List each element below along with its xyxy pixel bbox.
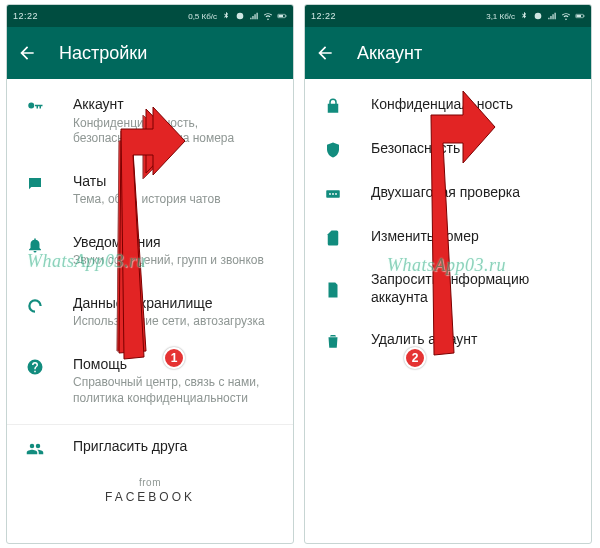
svg-point-7 <box>329 193 331 195</box>
account-item-delete[interactable]: Удалить аккаунт <box>305 318 591 362</box>
phone-screen-settings: 12:22 0,5 Кб/с Настройки Аккаунт Конфиде… <box>6 4 294 544</box>
status-time: 12:22 <box>13 11 38 21</box>
account-item-privacy[interactable]: Конфиденциальность <box>305 83 591 127</box>
bluetooth-icon <box>221 11 231 21</box>
svg-rect-4 <box>576 15 581 17</box>
key-icon <box>26 98 44 116</box>
people-icon <box>26 440 44 458</box>
settings-list: Аккаунт Конфиденциальность, безопасность… <box>7 79 293 543</box>
svg-point-8 <box>332 193 334 195</box>
data-usage-icon <box>26 297 44 315</box>
settings-item-title: Пригласить друга <box>73 438 277 456</box>
chat-icon <box>26 175 44 193</box>
help-icon <box>26 358 44 376</box>
battery-icon <box>575 11 585 21</box>
bluetooth-icon <box>519 11 529 21</box>
footer-brand: from FACEBOOK <box>7 471 293 518</box>
settings-item-title: Данные и хранилище <box>73 295 277 313</box>
wifi-icon <box>263 11 273 21</box>
account-item-title: Изменить номер <box>371 228 575 246</box>
bell-icon <box>26 236 44 254</box>
alarm-icon <box>235 11 245 21</box>
settings-item-sub: Звуки сообщений, групп и звонков <box>73 253 277 269</box>
settings-item-title: Аккаунт <box>73 96 277 114</box>
svg-rect-1 <box>278 15 283 17</box>
sim-icon <box>324 229 342 247</box>
footer-facebook: FACEBOOK <box>7 490 293 504</box>
signal-icon <box>249 11 259 21</box>
settings-item-title: Чаты <box>73 173 277 191</box>
settings-item-chats[interactable]: Чаты Тема, обои, история чатов <box>7 160 293 221</box>
alarm-icon <box>533 11 543 21</box>
footer-from: from <box>7 477 293 488</box>
signal-icon <box>547 11 557 21</box>
status-net-speed: 0,5 Кб/с <box>188 12 217 21</box>
settings-item-data[interactable]: Данные и хранилище Использование сети, а… <box>7 282 293 343</box>
battery-icon <box>277 11 287 21</box>
account-item-title: Конфиденциальность <box>371 96 575 114</box>
document-icon <box>324 281 342 299</box>
settings-item-notifications[interactable]: Уведомления Звуки сообщений, групп и зво… <box>7 221 293 282</box>
page-title: Настройки <box>59 43 147 64</box>
account-item-requestinfo[interactable]: Запросить информацию аккаунта <box>305 259 591 318</box>
app-header: Настройки <box>7 27 293 79</box>
pin-icon <box>324 185 342 203</box>
status-bar: 12:22 0,5 Кб/с <box>7 5 293 27</box>
lock-icon <box>324 97 342 115</box>
page-title: Аккаунт <box>357 43 422 64</box>
back-icon[interactable] <box>17 43 37 63</box>
account-item-title: Удалить аккаунт <box>371 331 575 349</box>
account-item-changenumber[interactable]: Изменить номер <box>305 215 591 259</box>
settings-item-invite[interactable]: Пригласить друга <box>7 424 293 471</box>
status-icons: 3,1 Кб/с <box>486 11 585 21</box>
wifi-icon <box>561 11 571 21</box>
status-time: 12:22 <box>311 11 336 21</box>
svg-rect-5 <box>584 15 585 17</box>
account-list: Конфиденциальность Безопасность Двухшаго… <box>305 79 591 543</box>
settings-item-sub: Конфиденциальность, безопасность, смена … <box>73 116 277 147</box>
account-item-title: Запросить информацию аккаунта <box>371 271 575 306</box>
status-net-speed: 3,1 Кб/с <box>486 12 515 21</box>
settings-item-sub: Справочный центр, связь с нами, политика… <box>73 375 277 406</box>
settings-item-sub: Использование сети, автозагрузка <box>73 314 277 330</box>
svg-rect-2 <box>286 15 287 17</box>
account-item-security[interactable]: Безопасность <box>305 127 591 171</box>
settings-item-title: Уведомления <box>73 234 277 252</box>
trash-icon <box>324 332 342 350</box>
account-item-title: Двухшаговая проверка <box>371 184 575 202</box>
status-bar: 12:22 3,1 Кб/с <box>305 5 591 27</box>
phone-screen-account: 12:22 3,1 Кб/с Аккаунт Конфиденциальност… <box>304 4 592 544</box>
app-header: Аккаунт <box>305 27 591 79</box>
shield-icon <box>324 141 342 159</box>
account-item-twostep[interactable]: Двухшаговая проверка <box>305 171 591 215</box>
settings-item-sub: Тема, обои, история чатов <box>73 192 277 208</box>
status-icons: 0,5 Кб/с <box>188 11 287 21</box>
settings-item-help[interactable]: Помощь Справочный центр, связь с нами, п… <box>7 343 293 420</box>
settings-item-title: Помощь <box>73 356 277 374</box>
svg-point-9 <box>335 193 337 195</box>
account-item-title: Безопасность <box>371 140 575 158</box>
back-icon[interactable] <box>315 43 335 63</box>
settings-item-account[interactable]: Аккаунт Конфиденциальность, безопасность… <box>7 83 293 160</box>
